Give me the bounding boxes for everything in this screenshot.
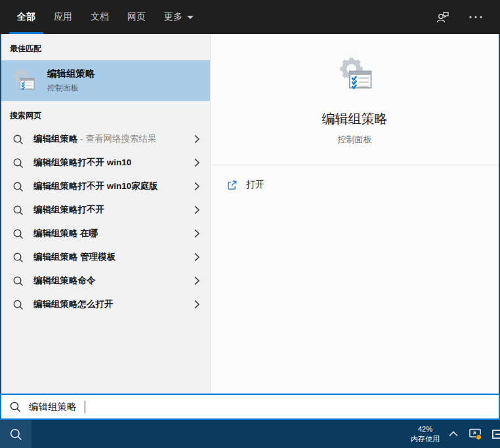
tray-update-icon[interactable] xyxy=(467,425,484,443)
suggestion-row[interactable]: 编辑组策略命令 xyxy=(1,269,210,293)
group-policy-icon-large xyxy=(336,56,374,94)
memory-label: 内存使用 xyxy=(411,434,440,443)
preview-pane: 编辑组策略 控制面板 打开 xyxy=(210,34,499,394)
suggestion-row[interactable]: 编辑组策略怎么打开 xyxy=(1,293,210,316)
results-pane: 最佳匹配 xyxy=(1,34,210,394)
search-icon xyxy=(12,252,24,263)
topbar-actions xyxy=(436,0,500,34)
suggestion-row[interactable]: 编辑组策略 管理模板 xyxy=(1,245,210,269)
tab-web[interactable]: 网页 xyxy=(118,0,155,34)
more-options-icon[interactable] xyxy=(469,15,483,19)
preview-subtitle: 控制面板 xyxy=(338,134,372,146)
taskbar: 42% 内存使用 xyxy=(0,420,500,448)
suggestion-row[interactable]: 编辑组策略打不开 xyxy=(1,198,210,222)
search-icon xyxy=(12,205,24,216)
open-action-label: 打开 xyxy=(246,179,264,191)
taskbar-empty-area xyxy=(31,420,411,448)
tray-network-icon-partial[interactable] xyxy=(492,430,500,439)
tab-more-label: 更多 xyxy=(164,11,182,23)
tab-documents-label: 文档 xyxy=(91,11,109,23)
best-match-subtitle: 控制面板 xyxy=(47,83,95,94)
suggestion-row[interactable]: 编辑组策略打不开 win10家庭版 xyxy=(1,174,210,198)
open-in-new-icon xyxy=(226,180,238,191)
search-icon xyxy=(12,157,24,169)
best-match-result[interactable]: 编辑组策略 控制面板 xyxy=(1,60,210,101)
tab-all-label: 全部 xyxy=(17,11,35,23)
tab-apps-label: 应用 xyxy=(54,11,72,23)
feedback-icon[interactable] xyxy=(436,10,450,24)
chevron-right-icon xyxy=(194,134,200,144)
preview-divider xyxy=(211,165,499,165)
search-icon xyxy=(12,299,24,310)
tab-all[interactable]: 全部 xyxy=(8,0,45,34)
chevron-right-icon xyxy=(194,158,200,167)
tab-documents[interactable]: 文档 xyxy=(81,0,118,34)
search-flyout-window: 全部 应用 文档 网页 更多 xyxy=(0,0,500,448)
tab-web-label: 网页 xyxy=(127,11,146,23)
group-policy-icon xyxy=(11,68,36,93)
tab-apps[interactable]: 应用 xyxy=(45,0,81,34)
search-filter-tabbar: 全部 应用 文档 网页 更多 xyxy=(0,0,500,34)
preview-title: 编辑组策略 xyxy=(322,110,388,128)
chevron-right-icon xyxy=(194,300,200,309)
memory-usage-indicator[interactable]: 42% 内存使用 xyxy=(411,424,440,443)
chevron-right-icon xyxy=(194,205,200,214)
best-match-title: 编辑组策略 xyxy=(47,68,95,80)
chevron-right-icon xyxy=(194,182,200,191)
suggestion-row[interactable]: 编辑组策略 - 查看网络搜索结果 xyxy=(1,127,210,151)
suggestion-row[interactable]: 编辑组策略打不开 win10 xyxy=(1,151,210,174)
text-cursor xyxy=(85,401,85,413)
search-icon xyxy=(9,401,21,413)
chevron-right-icon xyxy=(194,229,200,238)
show-hidden-icons-chevron[interactable] xyxy=(448,428,459,439)
memory-percent: 42% xyxy=(411,424,440,434)
web-search-header: 搜索网页 xyxy=(1,101,210,127)
suggestion-row[interactable]: 编辑组策略 在哪 xyxy=(1,222,210,245)
search-input[interactable]: 编辑组策略 xyxy=(0,394,500,420)
tab-more[interactable]: 更多 xyxy=(155,0,203,34)
search-icon xyxy=(12,275,24,287)
chevron-right-icon xyxy=(194,253,200,262)
chevron-right-icon xyxy=(194,276,200,285)
search-input-value: 编辑组策略 xyxy=(29,401,77,413)
search-icon xyxy=(12,181,24,192)
search-icon xyxy=(12,134,24,145)
open-action[interactable]: 打开 xyxy=(220,174,493,196)
taskbar-search-button[interactable] xyxy=(0,420,31,448)
best-match-header: 最佳匹配 xyxy=(1,34,210,60)
dropdown-arrow-icon xyxy=(187,16,194,19)
search-icon xyxy=(12,228,24,239)
